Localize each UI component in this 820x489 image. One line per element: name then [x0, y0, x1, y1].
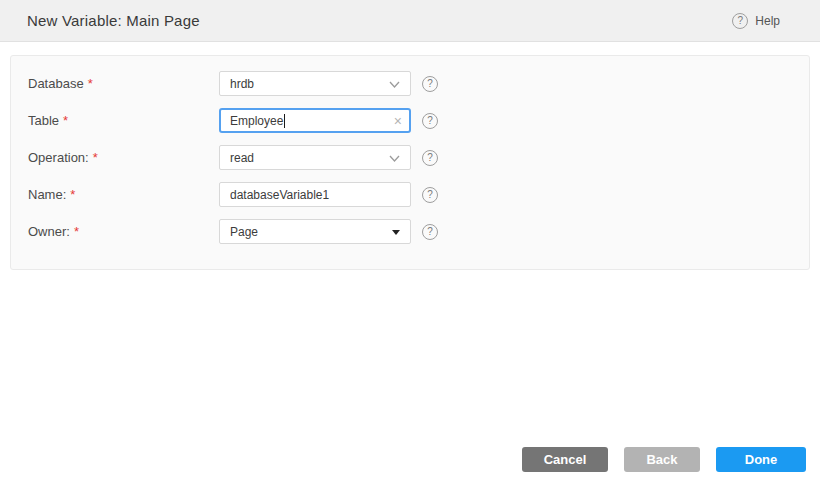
- help-icon[interactable]: ?: [422, 187, 438, 203]
- dialog-header: New Variable: Main Page ? Help: [0, 0, 820, 42]
- table-input-value: Employee: [230, 114, 283, 128]
- form-row-name: Name:* ?: [28, 182, 809, 207]
- owner-select-value: Page: [230, 225, 400, 239]
- operation-label: Operation:*: [28, 150, 219, 165]
- table-input[interactable]: Employee ×: [219, 108, 411, 133]
- required-asterisk: *: [88, 76, 93, 91]
- form-row-table: Table* Employee × ?: [28, 108, 809, 133]
- name-input[interactable]: [219, 182, 411, 207]
- header-help-link[interactable]: ? Help: [732, 13, 780, 29]
- database-label: Database*: [28, 76, 219, 91]
- operation-select[interactable]: read: [219, 145, 411, 170]
- header-help-label[interactable]: Help: [755, 14, 780, 28]
- name-label-text: Name:: [28, 187, 66, 202]
- form-panel: Database* hrdb ? Table* Employee × ? Ope…: [10, 55, 810, 270]
- required-asterisk: *: [74, 224, 79, 239]
- form-row-owner: Owner:* Page ?: [28, 219, 809, 244]
- page-title: New Variable: Main Page: [27, 12, 200, 29]
- help-icon[interactable]: ?: [422, 76, 438, 92]
- form-row-operation: Operation:* read ?: [28, 145, 809, 170]
- required-asterisk: *: [63, 113, 68, 128]
- required-asterisk: *: [93, 150, 98, 165]
- database-select[interactable]: hrdb: [219, 71, 411, 96]
- operation-select-value: read: [230, 151, 400, 165]
- caret-down-icon: [392, 230, 400, 235]
- back-button[interactable]: Back: [624, 447, 700, 472]
- dialog-footer: Cancel Back Done: [522, 447, 806, 472]
- help-icon[interactable]: ?: [422, 150, 438, 166]
- owner-label: Owner:*: [28, 224, 219, 239]
- chevron-down-icon: [389, 155, 400, 162]
- chevron-down-icon: [389, 81, 400, 88]
- done-button[interactable]: Done: [716, 447, 806, 472]
- help-icon[interactable]: ?: [422, 224, 438, 240]
- required-asterisk: *: [70, 187, 75, 202]
- name-label: Name:*: [28, 187, 219, 202]
- help-icon[interactable]: ?: [422, 113, 438, 129]
- owner-select[interactable]: Page: [219, 219, 411, 244]
- operation-label-text: Operation:: [28, 150, 89, 165]
- database-label-text: Database: [28, 76, 84, 91]
- database-select-value: hrdb: [230, 77, 400, 91]
- text-caret: [284, 114, 285, 128]
- owner-label-text: Owner:: [28, 224, 70, 239]
- form-row-database: Database* hrdb ?: [28, 71, 809, 96]
- clear-icon[interactable]: ×: [394, 113, 402, 129]
- help-icon[interactable]: ?: [732, 13, 748, 29]
- cancel-button[interactable]: Cancel: [522, 447, 608, 472]
- table-label-text: Table: [28, 113, 59, 128]
- table-label: Table*: [28, 113, 219, 128]
